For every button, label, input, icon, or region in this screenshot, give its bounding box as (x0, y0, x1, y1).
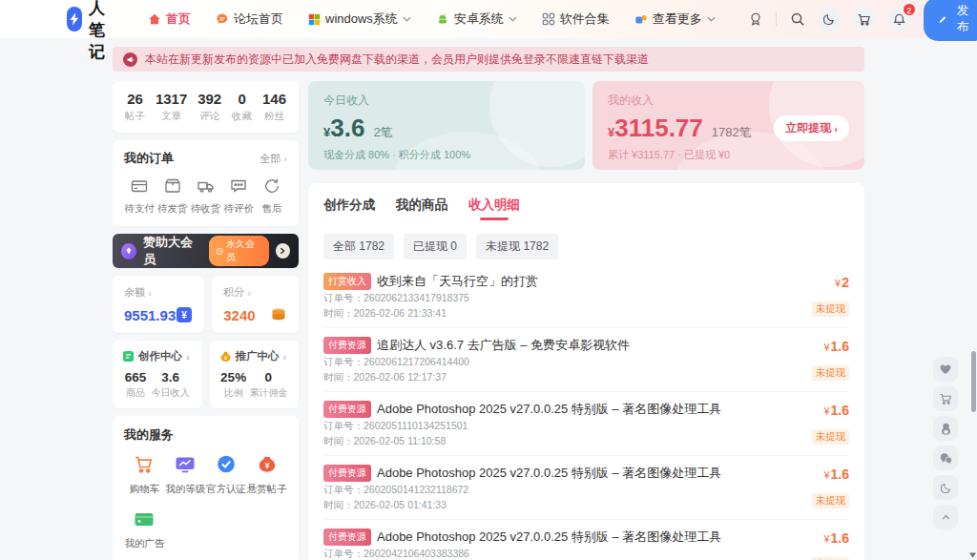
record-title: Adobe Photoshop 2025 v27.0.0.25 特别版 – 著名… (377, 465, 721, 482)
filter-pill[interactable]: 已提现 0 (404, 234, 467, 259)
my-orders-card: 我的订单 全部 › 待支付 待发货 待收货 (113, 140, 299, 226)
tab-income-detail[interactable]: 收入明细 (468, 197, 520, 220)
chevron-right-icon: › (148, 287, 152, 299)
record-row[interactable]: 付费资源 追剧达人 v3.6.7 去广告版 – 免费安卓影视软件 订单号：260… (323, 328, 849, 392)
promotion-center-card[interactable]: ¥ 推广中心› 25%比例 0累计佣金 (210, 341, 300, 408)
filter-pill[interactable]: 全部 1782 (323, 234, 394, 259)
stat-item[interactable]: 0 收藏 (232, 91, 252, 123)
record-title: Adobe Photoshop 2025 v27.0.0.25 特别版 – 著名… (377, 529, 721, 546)
stat-value: 0 (232, 91, 252, 107)
cart-button[interactable] (853, 7, 876, 31)
more-icon (634, 12, 648, 26)
filter-pill[interactable]: 未提现 1782 (476, 234, 558, 259)
favorite-button[interactable] (933, 357, 958, 382)
chevron-right-icon: › (834, 123, 838, 135)
chevron-up-icon (940, 511, 952, 524)
record-row[interactable]: 付费资源 Adobe Photoshop 2025 v27.0.0.25 特别版… (323, 392, 849, 456)
record-status-badge: 未提现 (812, 429, 850, 445)
order-item-to-receive[interactable]: 待收货 (191, 176, 221, 216)
tab-creation-share[interactable]: 创作分成 (323, 197, 375, 220)
card-icon (130, 176, 149, 196)
publish-button[interactable]: 发布 (924, 0, 977, 41)
income-records-card: 创作分成 我的商品 收入明细 全部 1782已提现 0未提现 1782 打赏收入… (308, 183, 864, 560)
stat-label: 文章 (156, 110, 187, 123)
stat-item[interactable]: 1317 文章 (156, 91, 187, 123)
nav-item-label: 软件合集 (560, 10, 610, 28)
forum-icon (216, 12, 229, 26)
order-item-aftersale[interactable]: 售后 (257, 176, 287, 216)
floating-toolbar (933, 357, 958, 529)
orders-all-link[interactable]: 全部 › (260, 152, 287, 166)
scrollbar-thumb[interactable] (971, 351, 976, 412)
qq-contact-button[interactable] (933, 416, 958, 441)
dark-mode-button[interactable] (818, 7, 841, 31)
nav-item-home[interactable]: 首页 (148, 10, 191, 28)
service-item-verified[interactable]: 官方认证 (206, 453, 247, 496)
record-row[interactable]: 付费资源 Adobe Photoshop 2025 v27.0.0.25 特别版… (323, 456, 849, 520)
record-amount: ¥1.6 (823, 403, 849, 418)
user-stats-card: 26 帖子 1317 文章 392 评论 0 收藏 146 粉丝 (113, 81, 299, 133)
stat-value: 146 (262, 91, 286, 107)
moon-icon (822, 12, 836, 26)
chevron-right-icon: › (283, 153, 287, 164)
points-card[interactable]: 积分› 3240 (212, 276, 299, 333)
my-income-title: 我的收入 (608, 93, 849, 109)
cart-float-button[interactable] (933, 386, 958, 411)
nav-item-forum[interactable]: 论坛首页 (216, 10, 283, 28)
vip-banner[interactable]: 赞助大会员 永久会员 (113, 234, 299, 268)
nav-item-see-more[interactable]: 查看更多 (634, 10, 716, 28)
notifications-button[interactable]: 2 (888, 7, 911, 31)
service-item-level[interactable]: 我的等级 (165, 453, 206, 496)
record-row[interactable]: 付费资源 Adobe Photoshop 2025 v27.0.0.25 特别版… (323, 520, 849, 560)
back-to-top-button[interactable] (933, 505, 958, 529)
today-income-count: 2笔 (373, 124, 392, 141)
nav-item-label: 首页 (166, 10, 191, 28)
nav-item-android[interactable]: 安卓系统 (436, 10, 517, 28)
today-income-card: 今日收入 ¥ 3.6 2笔 现金分成 80% · 积分分成 100% (308, 81, 585, 170)
stat-item[interactable]: 26 帖子 (125, 91, 145, 123)
announcement-icon (123, 52, 137, 67)
order-item-to-ship[interactable]: 待发货 (157, 176, 188, 216)
record-title: Adobe Photoshop 2025 v27.0.0.25 特别版 – 著名… (377, 401, 721, 418)
brand-logo[interactable]: 个人笔记 (67, 0, 115, 63)
record-time: 时间：2026-02-06 21:33:41 (323, 307, 538, 321)
nav-item-software-collection[interactable]: 软件合集 (542, 10, 610, 28)
creation-center-card[interactable]: 创作中心› 665商品 3.6今日收入 (113, 341, 202, 408)
clock-icon (216, 247, 223, 256)
order-item-to-review[interactable]: 待评价 (223, 176, 254, 216)
search-icon[interactable] (789, 10, 805, 28)
stat-item[interactable]: 146 粉丝 (262, 91, 286, 123)
record-status-badge: 未提现 (812, 365, 850, 381)
order-item-to-pay[interactable]: 待支付 (124, 176, 155, 216)
service-item-cart[interactable]: 购物车 (124, 453, 165, 496)
withdraw-button[interactable]: 立即提现 › (774, 115, 849, 141)
wechat-contact-button[interactable] (933, 446, 958, 470)
ad-icon (133, 508, 156, 530)
notice-banner[interactable]: 本站在新更新发布的资源中已加入免费网盘下载的渠道，会员用户则提供免登录不限速直链… (113, 47, 864, 72)
stat-value: 392 (197, 91, 221, 107)
sidebar: 26 帖子 1317 文章 392 评论 0 收藏 146 粉丝 我的订单 (113, 81, 299, 560)
balance-card[interactable]: 余额› 9551.93 ¥ (113, 276, 204, 333)
record-row[interactable]: 打赏收入 收到来自「天马行空」的打赏 订单号：26020621334179183… (323, 264, 849, 328)
medal-icon[interactable] (748, 10, 764, 28)
header-divider (776, 12, 777, 26)
record-order-no: 订单号：2602061217206414400 (323, 356, 630, 369)
scrollbar-down-arrow[interactable] (969, 552, 976, 558)
record-order-no: 订单号：2602042106403383386 (323, 548, 721, 560)
record-title: 追剧达人 v3.6.7 去广告版 – 免费安卓影视软件 (377, 337, 630, 354)
stat-item[interactable]: 392 评论 (197, 91, 221, 123)
stat-value: 26 (125, 91, 145, 107)
service-item-ads[interactable]: 我的广告 (124, 508, 165, 550)
tab-my-products[interactable]: 我的商品 (396, 197, 447, 220)
dark-mode-float-button[interactable] (933, 475, 958, 500)
service-item-bounty[interactable]: ¥ 悬赏帖子 (246, 453, 287, 496)
vip-arrow-icon[interactable] (276, 243, 290, 259)
notification-badge: 2 (903, 3, 916, 16)
top-header: 个人笔记 首页 论坛首页 windows系统 安卓系统 软件合集 查看更多 (0, 0, 977, 38)
chevron-right-icon: › (283, 351, 287, 363)
nav-item-windows[interactable]: windows系统 (308, 10, 411, 28)
my-income-detail: 累计 ¥3115.77 · 已提现 ¥0 (608, 148, 849, 162)
comment-icon (229, 176, 248, 196)
chevron-right-icon: › (247, 287, 251, 299)
nav-item-label: 论坛首页 (234, 10, 283, 28)
